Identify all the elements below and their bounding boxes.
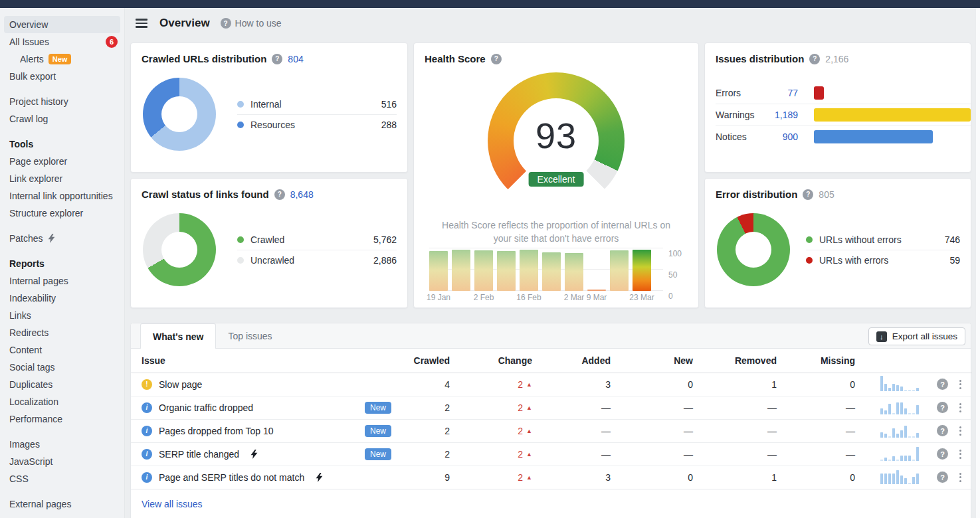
help-icon[interactable]: ? <box>274 189 285 200</box>
help-icon[interactable]: ? <box>809 54 820 64</box>
issues-panel: What's new Top issues ↓ Export all issue… <box>130 323 971 518</box>
new-value: — <box>611 396 693 419</box>
card-total-link[interactable]: 804 <box>288 54 303 64</box>
change-wrap: 2 ▲ <box>518 472 532 483</box>
sidebar-item-project-history[interactable]: Project history <box>0 93 124 110</box>
sidebar-item-alerts[interactable]: AlertsNew <box>0 50 124 68</box>
crawl-status-legend-row[interactable]: Crawled5,762 <box>237 230 397 250</box>
sidebar-item-social-tags[interactable]: Social tags <box>0 359 124 376</box>
scrollbar-track[interactable] <box>975 8 980 518</box>
sidebar-item-images[interactable]: Images <box>0 436 124 453</box>
missing-value: 0 <box>777 466 855 489</box>
sidebar-item-localization[interactable]: Localization <box>0 393 124 410</box>
sidebar-item-external-pages[interactable]: External pages <box>0 495 124 513</box>
spark-bar <box>892 384 895 392</box>
help-icon[interactable]: ? <box>937 448 948 460</box>
help-icon[interactable]: ? <box>937 379 948 390</box>
severity-bar-area <box>814 108 971 122</box>
view-all-issues-link[interactable]: View all issues <box>142 499 203 509</box>
how-to-use-link[interactable]: ? How to use <box>221 18 282 29</box>
error-distribution-legend-row[interactable]: URLs without errors746 <box>806 230 960 250</box>
sidebar-item-links[interactable]: Links <box>0 307 124 324</box>
card-total: 2,166 <box>825 54 848 64</box>
export-download-icon: ↓ <box>876 331 887 342</box>
sidebar-item-javascript[interactable]: JavaScript <box>0 453 124 470</box>
severity-count-link[interactable]: 900 <box>763 131 798 142</box>
sidebar-item-crawl-log[interactable]: Crawl log <box>0 110 124 128</box>
sidebar-item-css[interactable]: CSS <box>0 470 124 487</box>
sidebar-item-bulk-export[interactable]: Bulk export <box>0 68 124 85</box>
severity-bar-area <box>814 130 971 143</box>
issue-cell: iSERP title changedNew <box>131 442 391 466</box>
added-value: — <box>532 396 611 419</box>
spark-bar <box>904 456 907 461</box>
export-all-issues-button[interactable]: ↓ Export all issues <box>868 327 965 345</box>
sidebar-item-label: Overview <box>9 19 48 30</box>
issue-row-serp-title-changed: iSERP title changedNew22 ▲————? <box>131 442 972 466</box>
kebab-menu-icon[interactable] <box>948 426 972 436</box>
sidebar-item-internal-link-opportunities[interactable]: Internal link opportunities <box>0 187 124 205</box>
sidebar-item-all-issues[interactable]: All Issues6 <box>0 33 124 50</box>
sidebar-item-label: CSS <box>9 474 29 484</box>
issue-name-wrap[interactable]: iPages dropped from Top 10New <box>131 425 391 437</box>
menu-icon[interactable] <box>136 19 147 28</box>
error-distribution-legend-row[interactable]: URLs with errors59 <box>806 250 960 270</box>
spark-bar <box>904 408 907 414</box>
severity-count-link[interactable]: 77 <box>763 88 798 98</box>
issue-new-badge: New <box>365 448 391 460</box>
tab-whats-new[interactable]: What's new <box>140 323 216 349</box>
sidebar-item-internal-pages[interactable]: Internal pages <box>0 272 124 290</box>
sidebar-item-page-explorer[interactable]: Page explorer <box>0 153 124 170</box>
crawl-status-card: Crawl status of links found ? 8,648 Craw… <box>130 178 408 308</box>
sidebar-item-label: Project history <box>9 96 68 107</box>
sidebar-item-performance[interactable]: Performance <box>0 410 124 428</box>
trend-axis-label: 50 <box>668 270 677 280</box>
sidebar-item-label: Page explorer <box>9 156 67 167</box>
issue-name-wrap[interactable]: iPage and SERP titles do not match <box>131 472 391 483</box>
kebab-menu-icon[interactable] <box>948 380 972 389</box>
sidebar-group: ToolsPage explorerLink explorerInternal … <box>0 135 124 222</box>
sidebar-item-patches[interactable]: Patches <box>0 230 124 247</box>
sidebar-item-indexability[interactable]: Indexability <box>0 290 124 307</box>
kebab-menu-icon[interactable] <box>948 450 972 459</box>
help-icon[interactable]: ? <box>803 189 813 200</box>
sidebar-nav: OverviewAll Issues6AlertsNewBulk exportP… <box>0 8 125 518</box>
arrow-up-icon: ▲ <box>526 428 532 434</box>
crawl-status-legend-row[interactable]: Uncrawled2,886 <box>237 250 397 270</box>
help-icon[interactable]: ? <box>491 54 502 64</box>
help-icon[interactable]: ? <box>937 402 948 413</box>
issue-name-wrap[interactable]: iOrganic traffic droppedNew <box>131 402 391 414</box>
sidebar-item-content[interactable]: Content <box>0 341 124 359</box>
trend-bar <box>429 251 448 291</box>
crawled-value: 4 <box>391 373 450 396</box>
sidebar-item-redirects[interactable]: Redirects <box>0 324 124 341</box>
sidebar-item-label: Indexability <box>9 293 56 303</box>
sidebar-item-structure-explorer[interactable]: Structure explorer <box>0 205 124 222</box>
trend-date-label: 9 Mar <box>587 293 607 302</box>
sidebar-item-overview[interactable]: Overview <box>4 16 120 33</box>
help-icon[interactable]: ? <box>272 54 282 64</box>
legend-dot <box>237 257 244 264</box>
kebab-menu-icon[interactable] <box>948 473 972 482</box>
kebab-menu-icon[interactable] <box>948 403 972 412</box>
column-header-menu <box>948 349 972 373</box>
issues-distribution-row: Warnings1,189 <box>716 104 971 126</box>
help-icon[interactable]: ? <box>937 425 948 436</box>
crawled-urls-legend: Internal516Resources288 <box>237 94 397 134</box>
legend-label: URLs without errors <box>819 234 938 245</box>
issue-label: Pages dropped from Top 10 <box>159 426 274 436</box>
tab-top-issues[interactable]: Top issues <box>216 323 284 348</box>
issue-name-wrap[interactable]: iSERP title changedNew <box>131 448 391 460</box>
sidebar-item-duplicates[interactable]: Duplicates <box>0 376 124 393</box>
crawled-urls-legend-row[interactable]: Internal516 <box>237 94 397 114</box>
crawl-status-donut-chart <box>143 213 216 286</box>
crawled-urls-legend-row[interactable]: Resources288 <box>237 114 397 134</box>
change-wrap: 2 ▲ <box>518 449 532 460</box>
severity-count-link[interactable]: 1,189 <box>763 110 798 120</box>
help-icon[interactable]: ? <box>937 472 948 483</box>
card-total-link[interactable]: 8,648 <box>290 189 314 200</box>
sidebar-item-link-explorer[interactable]: Link explorer <box>0 170 124 187</box>
issue-name-wrap[interactable]: !Slow page <box>131 379 391 390</box>
error-distribution-card: Error distribution ? 805 URLs without er… <box>704 178 971 308</box>
spark-bar <box>900 475 903 484</box>
